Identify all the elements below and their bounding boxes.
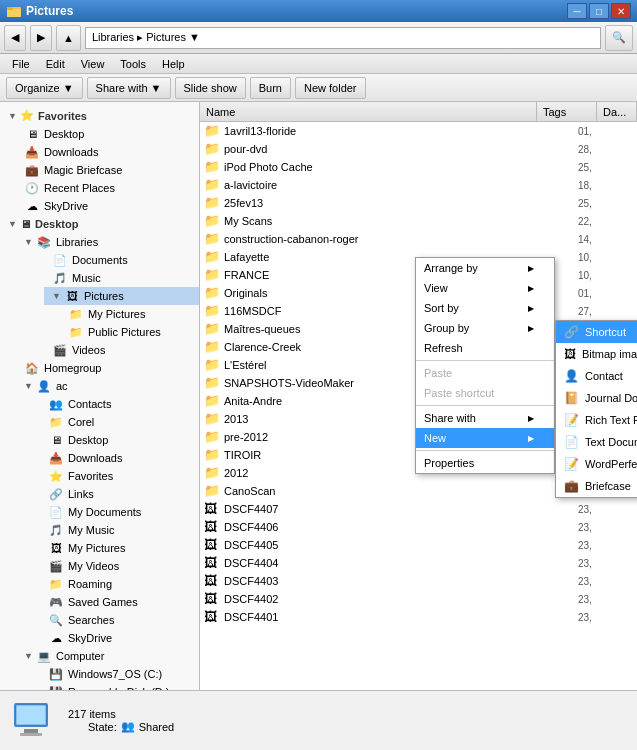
maximize-button[interactable]: □ — [589, 3, 609, 19]
organize-button[interactable]: Organize ▼ — [6, 77, 83, 99]
search-button[interactable]: 🔍 — [605, 25, 633, 51]
file-date: 23, — [578, 522, 633, 533]
forward-button[interactable]: ▶ — [30, 25, 52, 51]
new-folder-button[interactable]: New folder — [295, 77, 366, 99]
sidebar-item-videos[interactable]: 🎬 Videos — [44, 341, 199, 359]
file-item[interactable]: 🖼DSCF440623, — [200, 518, 637, 536]
col-header-date[interactable]: Da... — [597, 102, 637, 121]
submenu-contact[interactable]: 👤 Contact — [556, 365, 637, 387]
sidebar-item-saved-games[interactable]: 🎮 Saved Games — [40, 593, 199, 611]
ctx-new[interactable]: New — [416, 428, 554, 448]
sidebar-item-computer[interactable]: ▼ 💻 Computer — [16, 647, 199, 665]
submenu-briefcase[interactable]: 💼 Briefcase — [556, 475, 637, 497]
sidebar-item-skydrive[interactable]: ☁ SkyDrive — [40, 629, 199, 647]
submenu-rtf[interactable]: 📝 Rich Text Format — [556, 409, 637, 431]
file-item[interactable]: 🖼DSCF440323, — [200, 572, 637, 590]
up-button[interactable]: ▲ — [56, 25, 81, 51]
sidebar-item-homegroup[interactable]: 🏠 Homegroup — [16, 359, 199, 377]
sidebar-item-public-pictures[interactable]: 📁 Public Pictures — [60, 323, 199, 341]
svg-rect-2 — [7, 7, 13, 10]
ctx-paste-shortcut[interactable]: Paste shortcut — [416, 383, 554, 403]
sidebar-item-windows-drive[interactable]: 💾 Windows7_OS (C:) — [40, 665, 199, 683]
file-item[interactable]: 🖼DSCF440123, — [200, 608, 637, 626]
ctx-properties[interactable]: Properties — [416, 453, 554, 473]
submenu-wp[interactable]: 📝 WordPerfect 12 Document — [556, 453, 637, 475]
menu-view[interactable]: View — [73, 56, 113, 72]
sidebar-item-my-videos[interactable]: 🎬 My Videos — [40, 557, 199, 575]
sidebar-item-libraries[interactable]: ▼ 📚 Libraries — [16, 233, 199, 251]
sidebar-favorites-header[interactable]: ▼ ⭐ Favorites — [0, 106, 199, 125]
submenu-bitmap[interactable]: 🖼 Bitmap image — [556, 343, 637, 365]
submenu-text[interactable]: 📄 Text Document — [556, 431, 637, 453]
file-item[interactable]: 🖼DSCF440723, — [200, 500, 637, 518]
sidebar-desktop-header[interactable]: ▼ 🖥 Desktop — [0, 215, 199, 233]
sidebar-item-desktop[interactable]: 🖥 Desktop — [16, 125, 199, 143]
sidebar-item-skydrive-fav[interactable]: ☁ SkyDrive — [16, 197, 199, 215]
menu-edit[interactable]: Edit — [38, 56, 73, 72]
close-button[interactable]: ✕ — [611, 3, 631, 19]
share-with-button[interactable]: Share with ▼ — [87, 77, 171, 99]
sidebar-item-pictures[interactable]: ▼ 🖼 Pictures — [44, 287, 199, 305]
slide-show-button[interactable]: Slide show — [175, 77, 246, 99]
sidebar-item-corel[interactable]: 📁 Corel — [40, 413, 199, 431]
ctx-refresh[interactable]: Refresh — [416, 338, 554, 358]
sidebar-item-recent-places[interactable]: 🕐 Recent Places — [16, 179, 199, 197]
sidebar-item-my-music[interactable]: 🎵 My Music — [40, 521, 199, 539]
file-item[interactable]: 🖼DSCF440223, — [200, 590, 637, 608]
col-header-tags[interactable]: Tags — [537, 102, 597, 121]
computer-icon: 💻 — [36, 648, 52, 664]
file-item[interactable]: 🖼DSCF440523, — [200, 536, 637, 554]
favorites-expander: ▼ — [8, 111, 18, 121]
context-menu: Arrange by View Sort by Group by Refresh… — [415, 257, 555, 474]
sidebar-item-magic-briefcase[interactable]: 💼 Magic Briefcase — [16, 161, 199, 179]
sidebar-item-downloads[interactable]: 📥 Downloads — [16, 143, 199, 161]
sidebar-item-roaming[interactable]: 📁 Roaming — [40, 575, 199, 593]
ctx-arrange-by[interactable]: Arrange by — [416, 258, 554, 278]
file-item[interactable]: 📁1avril13-floride01, — [200, 122, 637, 140]
file-item[interactable]: 📁pour-dvd28, — [200, 140, 637, 158]
file-icon: 🖼 — [204, 501, 220, 517]
minimize-button[interactable]: ─ — [567, 3, 587, 19]
sidebar-item-my-documents[interactable]: 📄 My Documents — [40, 503, 199, 521]
file-item[interactable]: 📁iPod Photo Cache25, — [200, 158, 637, 176]
file-item[interactable]: 📁My Scans22, — [200, 212, 637, 230]
sidebar-item-removable-disk[interactable]: 💾 Removable Disk (D:) — [40, 683, 199, 690]
sidebar-item-downloads2[interactable]: 📥 Downloads — [40, 449, 199, 467]
ctx-sort-by[interactable]: Sort by — [416, 298, 554, 318]
favorites2-label: Favorites — [68, 470, 113, 482]
sidebar-item-music[interactable]: 🎵 Music — [44, 269, 199, 287]
sidebar-item-documents[interactable]: 📄 Documents — [44, 251, 199, 269]
ctx-share-with[interactable]: Share with — [416, 408, 554, 428]
file-item[interactable]: 📁25fev1325, — [200, 194, 637, 212]
sidebar-item-ac[interactable]: ▼ 👤 ac — [16, 377, 199, 395]
submenu-shortcut[interactable]: 🔗 Shortcut — [556, 321, 637, 343]
status-bar: 217 items State: 👥 Shared — [0, 690, 637, 750]
menu-help[interactable]: Help — [154, 56, 193, 72]
file-date: 25, — [578, 162, 633, 173]
file-item[interactable]: 📁construction-cabanon-roger14, — [200, 230, 637, 248]
submenu-journal[interactable]: 📔 Journal Document — [556, 387, 637, 409]
ctx-paste[interactable]: Paste — [416, 363, 554, 383]
file-date: 28, — [578, 144, 633, 155]
col-header-name[interactable]: Name — [200, 102, 537, 121]
file-name: DSCF4402 — [224, 593, 518, 605]
burn-button[interactable]: Burn — [250, 77, 291, 99]
pictures-children: 📁 My Pictures 📁 Public Pictures — [44, 305, 199, 341]
sidebar-item-searches[interactable]: 🔍 Searches — [40, 611, 199, 629]
ctx-view[interactable]: View — [416, 278, 554, 298]
ctx-group-by[interactable]: Group by — [416, 318, 554, 338]
file-item[interactable]: 🖼DSCF440423, — [200, 554, 637, 572]
file-name: DSCF4403 — [224, 575, 518, 587]
sidebar-item-my-pictures2[interactable]: 🖼 My Pictures — [40, 539, 199, 557]
sidebar-item-contacts[interactable]: 👥 Contacts — [40, 395, 199, 413]
desktop-group: ▼ 📚 Libraries 📄 Documents 🎵 Music ▼ 🖼 Pi… — [0, 233, 199, 690]
menu-file[interactable]: File — [4, 56, 38, 72]
sidebar-item-links[interactable]: 🔗 Links — [40, 485, 199, 503]
address-bar[interactable]: Libraries ▸ Pictures ▼ — [85, 27, 601, 49]
menu-tools[interactable]: Tools — [112, 56, 154, 72]
back-button[interactable]: ◀ — [4, 25, 26, 51]
sidebar-item-my-pictures[interactable]: 📁 My Pictures — [60, 305, 199, 323]
sidebar-item-favorites2[interactable]: ⭐ Favorites — [40, 467, 199, 485]
sidebar-item-desktop2[interactable]: 🖥 Desktop — [40, 431, 199, 449]
file-item[interactable]: 📁a-lavictoire18, — [200, 176, 637, 194]
